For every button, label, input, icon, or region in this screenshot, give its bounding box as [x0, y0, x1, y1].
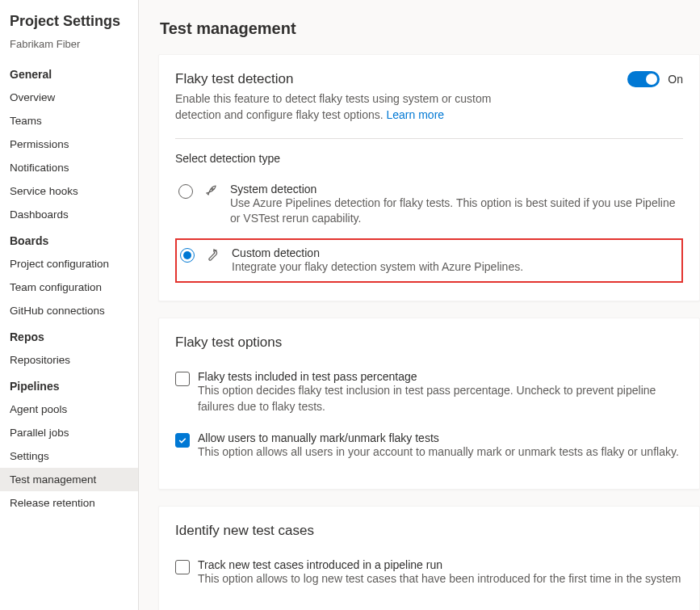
sidebar: Project Settings Fabrikam Fiber General …: [0, 0, 139, 610]
sidebar-item-notifications[interactable]: Notifications: [0, 156, 138, 179]
sidebar-item-test-management[interactable]: Test management: [0, 468, 138, 491]
identify-title: Identify new test cases: [175, 523, 683, 539]
options-title: Flaky test options: [175, 334, 683, 351]
check-i1-title: Track new test cases introduced in a pip…: [198, 558, 683, 571]
sidebar-item-overview[interactable]: Overview: [0, 86, 138, 109]
sidebar-item-project-configuration[interactable]: Project configuration: [0, 252, 138, 276]
detection-type-label: Select detection type: [175, 152, 683, 165]
check-i1-desc: This option allows to log new test cases…: [198, 571, 683, 587]
sidebar-subtitle: Fabrikam Fiber: [0, 35, 138, 60]
check-track-new[interactable]: Track new test cases introduced in a pip…: [175, 553, 683, 599]
sidebar-item-team-configuration[interactable]: Team configuration: [0, 276, 138, 299]
radio-system-detection[interactable]: System detection Use Azure Pipelines det…: [175, 176, 683, 235]
wrench-icon: [206, 248, 220, 263]
sidebar-item-service-hooks[interactable]: Service hooks: [0, 179, 138, 203]
sidebar-item-repositories[interactable]: Repositories: [0, 348, 138, 372]
flaky-toggle[interactable]: [627, 71, 660, 87]
check-include-pass-pct[interactable]: Flaky tests included in test pass percen…: [175, 365, 683, 426]
check-c1-desc: This option decides flaky test inclusion…: [198, 383, 683, 414]
toggle-state-label: On: [668, 73, 683, 86]
check-manual-mark[interactable]: Allow users to manually mark/unmark flak…: [175, 427, 683, 472]
card-flaky-detection: Flaky test detection Enable this feature…: [158, 54, 700, 301]
radio-custom-title: Custom detection: [232, 246, 678, 259]
radio-custom[interactable]: [180, 248, 195, 263]
learn-more-link[interactable]: Learn more: [387, 108, 445, 121]
sidebar-item-agent-pools[interactable]: Agent pools: [0, 398, 138, 421]
check-c1-title: Flaky tests included in test pass percen…: [198, 370, 683, 383]
sidebar-title: Project Settings: [0, 8, 138, 35]
flaky-toggle-wrap: On: [627, 71, 683, 87]
radio-system[interactable]: [178, 184, 193, 199]
checkbox-manual-mark[interactable]: [175, 433, 190, 448]
flaky-desc: Enable this feature to detect flaky test…: [175, 90, 530, 124]
radio-custom-desc: Integrate your flaky detection system wi…: [232, 259, 678, 276]
sidebar-group-repos: Repos: [0, 322, 138, 348]
sidebar-item-dashboards[interactable]: Dashboards: [0, 203, 138, 226]
sidebar-item-parallel-jobs[interactable]: Parallel jobs: [0, 421, 138, 444]
sidebar-group-general: General: [0, 60, 138, 86]
sidebar-item-permissions[interactable]: Permissions: [0, 133, 138, 156]
checkbox-include-pass[interactable]: [175, 372, 190, 386]
sidebar-group-pipelines: Pipelines: [0, 372, 138, 398]
radio-system-desc: Use Azure Pipelines detection for flaky …: [230, 196, 680, 227]
checkbox-track-new[interactable]: [175, 560, 190, 574]
main-content: Test management Flaky test detection Ena…: [139, 0, 700, 610]
sidebar-item-release-retention[interactable]: Release retention: [0, 491, 138, 515]
card-flaky-options: Flaky test options Flaky tests included …: [158, 318, 700, 490]
sidebar-item-teams[interactable]: Teams: [0, 109, 138, 133]
sidebar-item-settings[interactable]: Settings: [0, 444, 138, 468]
sidebar-item-github-connections[interactable]: GitHub connections: [0, 299, 138, 322]
rocket-icon: [204, 184, 219, 200]
page-title: Test management: [139, 13, 700, 54]
flaky-title: Flaky test detection: [175, 71, 530, 87]
check-c2-title: Allow users to manually mark/unmark flak…: [198, 431, 683, 444]
radio-system-title: System detection: [230, 183, 680, 196]
divider: [175, 138, 683, 139]
radio-custom-detection[interactable]: Custom detection Integrate your flaky de…: [175, 238, 683, 284]
check-c2-desc: This option allows all users in your acc…: [198, 444, 683, 461]
toggle-knob: [646, 74, 657, 85]
sidebar-group-boards: Boards: [0, 226, 138, 252]
card-identify-new: Identify new test cases Track new test c…: [158, 506, 700, 610]
